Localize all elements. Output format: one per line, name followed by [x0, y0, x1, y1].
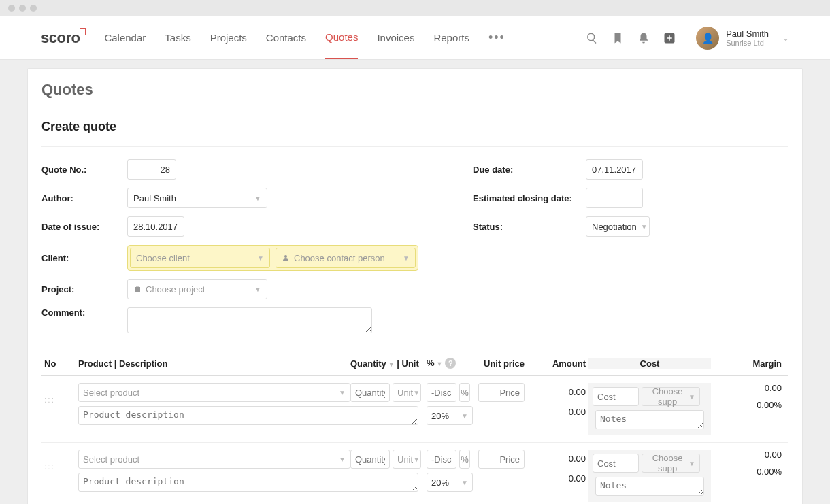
- nav-links: Calendar Tasks Projects Contacts Quotes …: [104, 16, 586, 59]
- author-select[interactable]: Paul Smith▼: [127, 188, 267, 208]
- due-date-input[interactable]: [586, 159, 643, 180]
- caret-down-icon: ▼: [641, 223, 648, 231]
- briefcase-icon: [133, 285, 142, 293]
- avatar: 👤: [696, 27, 719, 50]
- nav-contacts[interactable]: Contacts: [266, 17, 306, 58]
- label-comment: Comment:: [42, 307, 120, 318]
- page-title: Quotes: [42, 81, 788, 99]
- caret-down-icon: ▼: [461, 412, 468, 420]
- amount-secondary: 0.00: [530, 407, 586, 417]
- caret-down-icon: ▼: [413, 456, 420, 463]
- discount-default-select[interactable]: 20%▼: [427, 473, 473, 492]
- drag-handle[interactable]: :::: [42, 450, 76, 471]
- line-items-table: No Product | Description Quantity▼ | Uni…: [42, 354, 788, 504]
- col-cost: Cost: [588, 358, 711, 369]
- product-description-input[interactable]: [78, 406, 418, 425]
- product-select[interactable]: Select product▼: [78, 450, 350, 469]
- status-select[interactable]: Negotiation▼: [586, 216, 650, 237]
- margin-pct: 0.00%: [714, 400, 782, 410]
- logo[interactable]: scoro: [41, 29, 80, 47]
- quantity-input[interactable]: [350, 450, 390, 469]
- client-highlight: Choose client▼ Choose contact person ▼: [127, 245, 418, 271]
- price-input[interactable]: [478, 450, 525, 469]
- sort-caret-icon: ▼: [388, 361, 395, 368]
- cost-notes-input[interactable]: [595, 410, 704, 429]
- cost-notes-input[interactable]: [595, 477, 704, 496]
- help-icon[interactable]: ?: [445, 358, 456, 369]
- nav-more[interactable]: •••: [488, 31, 505, 45]
- price-input[interactable]: [478, 383, 525, 402]
- nav-projects[interactable]: Projects: [210, 17, 247, 58]
- traffic-light-max[interactable]: [30, 5, 37, 12]
- table-row: ::: Select product▼ Unit▼ % 20: [42, 443, 788, 504]
- nav-tasks[interactable]: Tasks: [165, 17, 190, 58]
- label-due-date: Due date:: [473, 165, 579, 175]
- bell-icon[interactable]: [637, 32, 650, 44]
- user-menu[interactable]: 👤 Paul Smith Sunrise Ltd ⌄: [696, 27, 789, 50]
- label-quote-no: Quote No.:: [42, 165, 120, 175]
- client-select[interactable]: Choose client▼: [130, 248, 270, 268]
- nav-invoices[interactable]: Invoices: [377, 17, 414, 58]
- cost-input[interactable]: [593, 454, 639, 473]
- amount-value: 0.00: [530, 387, 586, 397]
- drag-handle[interactable]: :::: [42, 383, 76, 405]
- traffic-light-close[interactable]: [8, 5, 15, 12]
- label-project: Project:: [42, 284, 120, 295]
- bookmark-icon[interactable]: [612, 32, 624, 44]
- unit-select[interactable]: Unit▼: [393, 450, 421, 469]
- col-pct[interactable]: %▼?: [424, 358, 473, 369]
- caret-down-icon: ▼: [688, 460, 695, 467]
- col-no: No: [42, 358, 76, 369]
- page-card: Quotes Create quote Quote No.: Author: P…: [27, 68, 803, 504]
- sort-caret-icon: ▼: [437, 360, 443, 367]
- supplier-select[interactable]: Choose supp▼: [642, 387, 700, 406]
- contact-select[interactable]: Choose contact person ▼: [276, 248, 416, 268]
- date-of-issue-input[interactable]: [127, 216, 184, 237]
- amount-secondary: 0.00: [530, 473, 586, 484]
- quote-no-input[interactable]: [127, 159, 176, 180]
- page-subtitle: Create quote: [42, 110, 788, 146]
- col-margin: Margin: [711, 358, 788, 369]
- margin-pct: 0.00%: [714, 467, 782, 477]
- product-select[interactable]: Select product▼: [78, 383, 350, 402]
- table-row: ::: Select product▼ Unit▼ % 20: [42, 376, 788, 443]
- nav-calendar[interactable]: Calendar: [104, 17, 146, 58]
- discount-input[interactable]: [427, 383, 456, 402]
- percent-label: %: [459, 383, 470, 402]
- label-est-closing: Estimated closing date:: [473, 193, 579, 203]
- discount-input[interactable]: [427, 450, 456, 469]
- caret-down-icon: ▼: [413, 389, 420, 397]
- user-name: Paul Smith: [726, 29, 769, 39]
- unit-select[interactable]: Unit▼: [393, 383, 421, 402]
- margin-value: 0.00: [714, 383, 782, 393]
- label-author: Author:: [42, 193, 120, 203]
- amount-value: 0.00: [530, 454, 586, 464]
- project-select[interactable]: Choose project ▼: [127, 279, 267, 299]
- form: Quote No.: Author: Paul Smith▼ Date of i…: [42, 159, 788, 333]
- user-org: Sunrise Ltd: [726, 39, 769, 47]
- quantity-input[interactable]: [350, 383, 390, 402]
- supplier-select[interactable]: Choose supp▼: [642, 454, 700, 473]
- person-icon: [282, 254, 290, 262]
- cost-input[interactable]: [593, 387, 639, 406]
- caret-down-icon: ▼: [254, 195, 261, 202]
- label-date-of-issue: Date of issue:: [42, 222, 120, 232]
- discount-default-select[interactable]: 20%▼: [427, 406, 473, 425]
- window-titlebar: [0, 0, 830, 16]
- product-description-input[interactable]: [78, 473, 418, 492]
- caret-down-icon: ▼: [254, 286, 261, 293]
- comment-textarea[interactable]: [127, 307, 372, 333]
- table-header: No Product | Description Quantity▼ | Uni…: [42, 354, 788, 376]
- col-product: Product | Description: [76, 358, 348, 369]
- est-closing-input[interactable]: [586, 188, 643, 208]
- nav-quotes[interactable]: Quotes: [325, 16, 358, 59]
- add-icon[interactable]: [663, 32, 676, 44]
- caret-down-icon: ▼: [257, 254, 264, 262]
- col-amount: Amount: [527, 358, 588, 369]
- nav-reports[interactable]: Reports: [433, 17, 469, 58]
- col-quantity[interactable]: Quantity▼ | Unit: [348, 358, 424, 369]
- margin-value: 0.00: [714, 450, 782, 460]
- col-unit-price: Unit price: [473, 358, 527, 369]
- search-icon[interactable]: [586, 32, 598, 44]
- traffic-light-min[interactable]: [19, 5, 26, 12]
